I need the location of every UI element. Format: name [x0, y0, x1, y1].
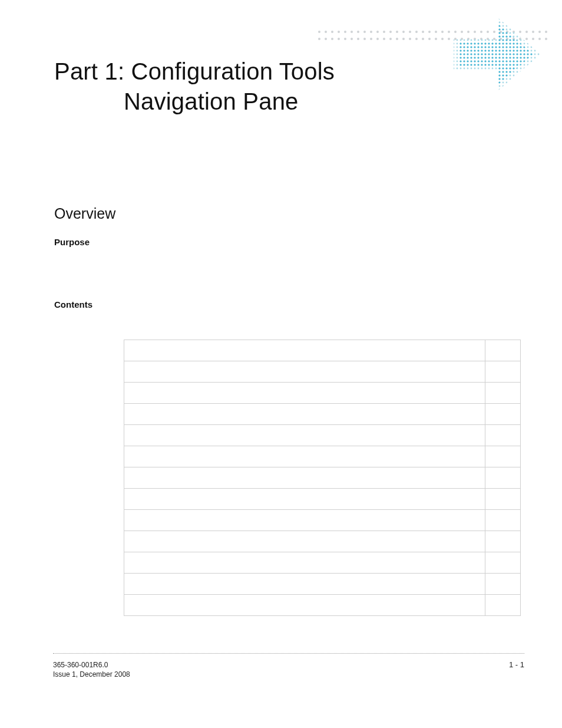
svg-marker-2	[454, 18, 541, 91]
row-title	[124, 404, 485, 425]
row-title	[124, 574, 485, 595]
row-title	[124, 595, 485, 616]
row-title	[124, 510, 485, 531]
page-title-line2: Navigation Pane	[54, 87, 335, 117]
table-row	[124, 595, 521, 616]
row-title	[124, 552, 485, 574]
heading-purpose: Purpose	[54, 237, 90, 247]
table-row	[124, 467, 521, 489]
row-page	[485, 404, 521, 425]
row-title	[124, 446, 485, 467]
row-page	[485, 425, 521, 446]
table-row	[124, 446, 521, 467]
heading-contents: Contents	[54, 299, 92, 309]
footer-left: 365-360-001R6.0 Issue 1, December 2008	[53, 660, 130, 679]
table-row	[124, 574, 521, 595]
table-row	[124, 383, 521, 404]
dotrow-2	[318, 32, 551, 34]
row-page	[485, 552, 521, 574]
table-row	[124, 531, 521, 552]
footer-page-number: 1 - 1	[509, 660, 524, 669]
table-row	[124, 340, 521, 361]
row-page	[485, 446, 521, 467]
heading-overview: Overview	[54, 205, 115, 222]
footer-doc-id: 365-360-001R6.0	[53, 660, 130, 670]
arrow-dot-icon	[442, 18, 542, 94]
row-page	[485, 595, 521, 616]
row-page	[485, 489, 521, 510]
row-page	[485, 510, 521, 531]
row-page	[485, 340, 521, 361]
page-title-block: Part 1: Configuration Tools Navigation P…	[54, 57, 335, 117]
footer-issue-line: Issue 1, December 2008	[53, 670, 130, 679]
row-page	[485, 383, 521, 404]
row-title	[124, 489, 485, 510]
svg-marker-3	[459, 24, 533, 85]
row-title	[124, 531, 485, 552]
table-row	[124, 404, 521, 425]
document-page: Part 1: Configuration Tools Navigation P…	[0, 0, 562, 728]
row-page	[485, 361, 521, 383]
row-title	[124, 340, 485, 361]
contents-table	[124, 340, 521, 616]
row-page	[485, 467, 521, 489]
row-title	[124, 467, 485, 489]
page-title-line1: Part 1: Configuration Tools	[54, 57, 335, 87]
table-row	[124, 510, 521, 531]
row-page	[485, 574, 521, 595]
table-row	[124, 552, 521, 574]
row-title	[124, 383, 485, 404]
row-title	[124, 361, 485, 383]
table-row	[124, 425, 521, 446]
table-row	[124, 361, 521, 383]
dotrow-1	[318, 25, 551, 27]
row-page	[485, 531, 521, 552]
contents-table-wrap	[124, 340, 521, 616]
decorative-graphic	[318, 21, 554, 98]
footer-rule	[53, 653, 524, 654]
table-row	[124, 489, 521, 510]
row-title	[124, 425, 485, 446]
